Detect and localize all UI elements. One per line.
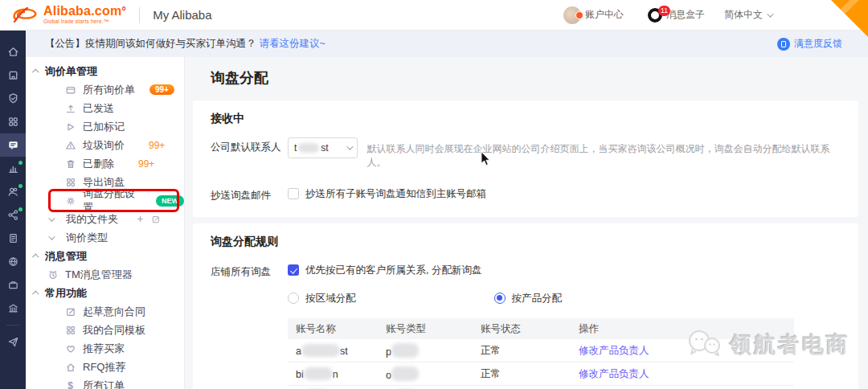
message-count-badge: 11	[658, 6, 670, 16]
sidebar-section-common-functions[interactable]: 常用功能	[26, 284, 184, 302]
modify-product-owner-link[interactable]: 修改产品负责人	[579, 368, 649, 379]
radio-unchecked-icon[interactable]	[288, 293, 299, 304]
avatar	[563, 6, 581, 24]
rail-documents-icon[interactable]	[0, 227, 26, 250]
trash-icon	[64, 158, 76, 170]
rail-shield-icon[interactable]	[0, 87, 26, 110]
table-row: ast p 正常 修改产品负责人	[288, 339, 794, 362]
sidebar-item-tm-manager[interactable]: TM消息管理器	[26, 265, 184, 284]
icon-rail	[0, 31, 26, 389]
sidebar-item-spam[interactable]: 垃圾询价 99+	[26, 136, 184, 154]
col-account-status: 账号状态	[481, 322, 579, 336]
app-title: My Alibaba	[153, 8, 211, 22]
status-text: 正常	[481, 344, 579, 358]
sidebar-item-all-inquiries[interactable]: 所有询价单 99+	[26, 80, 184, 99]
status-dot	[18, 207, 23, 211]
sidebar-item-all-orders[interactable]: $ 所有订单	[26, 376, 184, 389]
clock-icon	[47, 268, 59, 280]
sidebar-section-inquiry-mgmt[interactable]: 询价单管理	[26, 62, 184, 80]
redacted-text	[304, 367, 333, 380]
alibaba-swoosh-icon	[11, 5, 39, 26]
brand-tagline: Global trade starts here.™	[43, 19, 126, 25]
rail-messages-icon[interactable]	[0, 133, 26, 157]
redacted-text	[391, 343, 419, 358]
sidebar: 询价单管理 所有询价单 99+ 已发送 已加标记 垃圾询价 99+ 已删除 99…	[26, 57, 185, 389]
rail-send-icon[interactable]	[0, 330, 26, 354]
sidebar-item-flagged[interactable]: 已加标记	[26, 117, 184, 136]
rail-analytics-icon[interactable]	[0, 157, 26, 180]
divider	[139, 7, 140, 23]
radio-by-product[interactable]: 按产品分配	[494, 290, 563, 305]
receiving-section-title: 接收中	[211, 112, 839, 126]
rail-share-icon[interactable]	[0, 203, 26, 227]
rail-home-icon[interactable]	[0, 40, 26, 63]
col-account-type: 账号类型	[386, 322, 481, 336]
default-contact-description: 默认联系人同时会展现在企业网站的公司介绍页面上，当买家咨询该公司概况时，询盘会自…	[367, 137, 840, 170]
count-badge: 99+	[149, 84, 174, 95]
plus-icon[interactable]	[136, 215, 145, 223]
account-center-button[interactable]: 账户中心	[563, 6, 624, 24]
cc-email-label: 抄送询盘邮件	[211, 186, 288, 203]
alibaba-logo[interactable]: Alibaba.com° Global trade starts here.™	[11, 5, 126, 26]
rules-section-title: 询盘分配规则	[211, 235, 839, 249]
chevron-up-icon	[32, 68, 39, 75]
language-label: 简体中文	[724, 8, 763, 22]
status-text: 正常	[481, 367, 579, 381]
cc-email-checkbox[interactable]	[288, 188, 299, 199]
sidebar-item-my-folders[interactable]: 我的文件夹	[26, 210, 184, 228]
count-text: 99+	[138, 158, 154, 170]
main-content: 询盘分配 接收中 公司默认联系人 t st 默认联系人同时会展现在企业网站的公司…	[185, 57, 868, 389]
sidebar-item-draft-contract[interactable]: 起草意向合同	[26, 302, 184, 321]
sidebar-section-message-mgmt[interactable]: 消息管理	[26, 247, 184, 265]
rail-globe-icon[interactable]	[0, 250, 26, 273]
house-icon	[64, 361, 76, 373]
sidebar-item-rfq[interactable]: RFQ推荐	[26, 358, 184, 376]
rail-bank-icon[interactable]	[0, 297, 26, 320]
col-account-name: 账号名称	[288, 322, 386, 336]
status-dot	[18, 184, 23, 188]
rail-customers-icon[interactable]	[0, 180, 26, 203]
priority-checkbox[interactable]	[288, 264, 299, 276]
sidebar-item-dispatch-settings[interactable]: 询盘分配设置 NEW	[26, 191, 184, 210]
brand-name: Alibaba.com°	[43, 5, 126, 18]
feedback-button[interactable]: 满意度反馈	[777, 37, 842, 51]
status-dot	[18, 161, 23, 165]
announcement-text: 【公告】疫情期间该如何做好与买家订单沟通？	[45, 37, 256, 51]
default-contact-select[interactable]: t st	[288, 137, 358, 158]
corner-ribbon[interactable]	[831, 0, 868, 37]
redacted-text	[391, 366, 419, 381]
warning-icon	[64, 139, 76, 151]
sidebar-item-sent[interactable]: 已发送	[26, 99, 184, 117]
col-actions: 操作	[579, 322, 794, 336]
rail-store-icon[interactable]	[0, 63, 26, 87]
announcement-link[interactable]: 请看这份建议~	[260, 37, 326, 51]
table-row: big m 正常 修改产品负责人	[288, 386, 794, 389]
top-right-menu: 账户中心 11 消息盒子 简体中文	[563, 6, 772, 24]
grid-icon	[64, 176, 76, 188]
sidebar-item-inquiry-type[interactable]: 询价类型	[26, 228, 184, 247]
sidebar-item-deleted[interactable]: 已删除 99+	[26, 154, 184, 173]
chevron-down-icon	[346, 143, 353, 149]
dollar-icon: $	[64, 379, 76, 389]
edit-icon[interactable]	[151, 215, 161, 224]
chevron-down-icon	[48, 215, 55, 221]
sidebar-item-contract-templates[interactable]: 我的合同模板	[26, 321, 184, 339]
receiving-card: 接收中 公司默认联系人 t st 默认联系人同时会展现在企业网站的公司介绍页面上…	[193, 100, 858, 217]
rail-briefcase-icon[interactable]	[0, 273, 26, 297]
new-badge: NEW	[156, 195, 184, 207]
default-contact-label: 公司默认联系人	[211, 137, 288, 154]
compose-icon	[64, 305, 76, 317]
modify-product-owner-link[interactable]: 修改产品负责人	[579, 345, 649, 356]
feedback-icon	[777, 38, 790, 51]
radio-checked-icon[interactable]	[494, 293, 506, 304]
heart-icon	[64, 342, 76, 354]
rail-apps-icon[interactable]	[0, 110, 26, 133]
language-selector[interactable]: 简体中文	[724, 8, 772, 22]
radio-by-region[interactable]: 按区域分配	[288, 290, 356, 305]
redacted-text	[298, 143, 319, 153]
message-box-button[interactable]: 11 消息盒子	[648, 8, 705, 23]
sidebar-item-recommend-buyers[interactable]: 推荐买家	[26, 339, 184, 358]
chevron-up-icon	[32, 253, 39, 260]
chevron-down-icon	[767, 10, 773, 17]
message-box-label: 消息盒子	[666, 8, 705, 22]
